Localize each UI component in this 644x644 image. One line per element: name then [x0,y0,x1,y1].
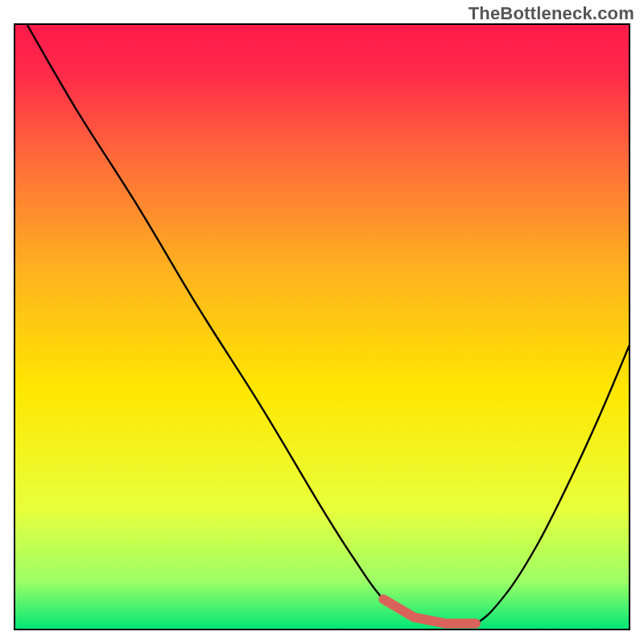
watermark-text: TheBottleneck.com [469,3,634,24]
plot-background [14,24,630,630]
bottleneck-chart [0,0,644,644]
chart-container: { "watermark": "TheBottleneck.com", "col… [0,0,644,644]
